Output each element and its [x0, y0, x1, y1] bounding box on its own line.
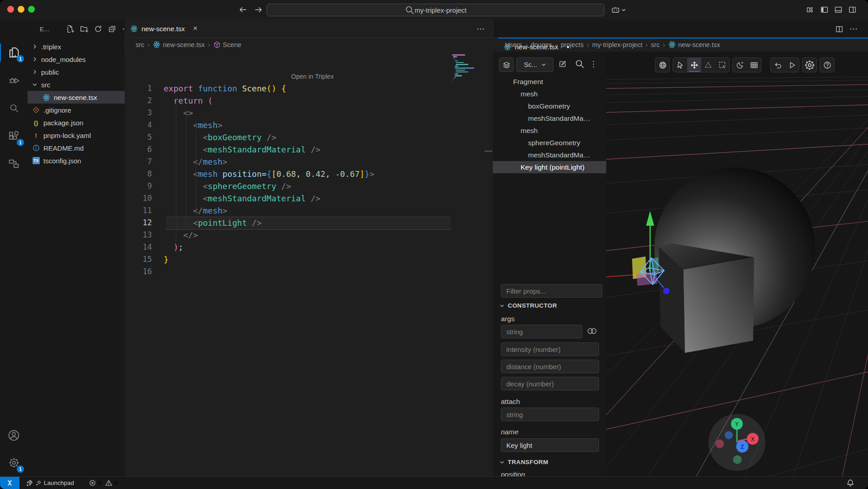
- scene-tree-row-boxGeometry[interactable]: boxGeometry: [493, 100, 606, 112]
- file-row-src[interactable]: src: [28, 78, 125, 91]
- axis-neg-z-ball[interactable]: [725, 431, 733, 439]
- tool-translate-button[interactable]: [687, 58, 701, 72]
- name-input[interactable]: [501, 438, 599, 452]
- code-line-11[interactable]: 11 </mesh>: [125, 204, 493, 217]
- collapse-folders-button[interactable]: [108, 25, 116, 33]
- code-line-15[interactable]: 15}: [125, 253, 493, 266]
- file-row-README-md[interactable]: README.md: [28, 142, 125, 154]
- toggle-panel-button[interactable]: [835, 6, 842, 14]
- breadcrumb-item-src[interactable]: src: [136, 41, 144, 48]
- file-row-tsconfig-json[interactable]: TStsconfig.json: [28, 154, 125, 167]
- new-file-button[interactable]: [66, 25, 74, 33]
- activity-item-extensions[interactable]: 1: [0, 125, 28, 147]
- scene-tree-row-meshStandardMa-[interactable]: meshStandardMa…: [493, 112, 606, 124]
- launchpad-status-item[interactable]: Launchpad: [26, 477, 74, 489]
- tool-camera-panel-button[interactable]: [747, 58, 761, 72]
- remote-indicator[interactable]: [0, 477, 19, 489]
- tool-play-button[interactable]: [785, 58, 799, 72]
- breadcrumb-item-douges[interactable]: douges: [531, 41, 552, 48]
- scene-select-dropdown[interactable]: Sc...: [516, 57, 553, 72]
- switch-prop-type-button[interactable]: [587, 328, 597, 335]
- scene-tree-row-sphereGeometry[interactable]: sphereGeometry: [493, 137, 606, 149]
- breadcrumb-item-Users[interactable]: Users: [505, 41, 522, 48]
- forward-button[interactable]: [254, 5, 263, 14]
- open-in-triplex-codelens[interactable]: Open in Triplex: [291, 73, 334, 80]
- code-line-14[interactable]: 14 );: [125, 241, 493, 253]
- code-line-10[interactable]: 10 <meshStandardMaterial />: [125, 192, 493, 204]
- minimize-window-button[interactable]: [18, 6, 24, 13]
- arg-distance-input[interactable]: [501, 360, 599, 373]
- file-row--gitignore[interactable]: .gitignore: [28, 104, 125, 116]
- scene-tree-row-mesh[interactable]: mesh: [493, 124, 606, 137]
- breadcrumb-item-new-scene-tsx[interactable]: new-scene.tsx: [668, 41, 720, 48]
- toggle-primary-sidebar-button[interactable]: [821, 6, 828, 14]
- file-row-node-modules[interactable]: node_modules: [28, 53, 125, 66]
- activity-item-remote-explorer[interactable]: [0, 152, 28, 174]
- notifications-bell-button[interactable]: [846, 479, 854, 487]
- transform-section-header[interactable]: TRANSFORM: [500, 459, 548, 465]
- activity-item-run-debug[interactable]: [0, 70, 28, 91]
- breadcrumb-item-my-triplex-project[interactable]: my-triplex-project: [592, 41, 642, 48]
- constructor-section-header[interactable]: CONSTRUCTOR: [500, 302, 557, 309]
- code-line-1[interactable]: 1export function Scene() {: [125, 82, 493, 95]
- back-button[interactable]: [239, 5, 247, 14]
- scene-tree-row-Fragment[interactable]: Fragment: [493, 76, 606, 88]
- scene-kebab-button[interactable]: ⋮: [590, 59, 598, 69]
- tool-lighting-button[interactable]: [733, 58, 747, 72]
- orientation-gizmo[interactable]: Y X Z: [708, 414, 765, 471]
- code-line-6[interactable]: 6 <meshStandardMaterial />: [125, 143, 493, 156]
- file-row-new-scene-tsx[interactable]: new-scene.tsx: [28, 91, 125, 104]
- axis-neg-y-ball[interactable]: [733, 456, 742, 464]
- command-center-search[interactable]: my-triplex-project: [267, 4, 604, 16]
- new-folder-button[interactable]: [80, 25, 88, 33]
- attach-input[interactable]: [501, 408, 599, 421]
- customize-layout-button[interactable]: [807, 6, 814, 14]
- cube-mesh[interactable]: [659, 243, 754, 353]
- code-line-9[interactable]: 9 <sphereGeometry />: [125, 180, 493, 192]
- scene-layers-button[interactable]: [499, 57, 514, 72]
- breadcrumb-item-new-scene-tsx[interactable]: new-scene.tsx: [153, 41, 205, 48]
- code-line-5[interactable]: 5 <boxGeometry />: [125, 131, 493, 143]
- tool-globe-button[interactable]: [656, 58, 670, 72]
- arg-string-input[interactable]: [501, 325, 582, 338]
- code-line-7[interactable]: 7 </mesh>: [125, 156, 493, 168]
- toggle-secondary-sidebar-button[interactable]: [849, 6, 856, 14]
- editor-actions-more-button[interactable]: ⋯: [476, 24, 485, 34]
- code-line-3[interactable]: 3 <>: [125, 107, 493, 119]
- breadcrumb-item-projects[interactable]: projects: [561, 41, 584, 48]
- breadcrumb-item-Scene[interactable]: Scene: [213, 41, 241, 48]
- scene-search-button[interactable]: [575, 59, 581, 69]
- code-line-4[interactable]: 4 <mesh>: [125, 119, 493, 131]
- close-window-button[interactable]: [7, 6, 14, 13]
- scene-tree-row-meshStandardMa-[interactable]: meshStandardMa…: [493, 149, 606, 161]
- activity-item-explorer[interactable]: 1: [0, 42, 28, 63]
- tool-select-button[interactable]: [673, 58, 687, 72]
- tool-scale-button[interactable]: [701, 58, 715, 72]
- file-row-pnpm-lock-yaml[interactable]: !pnpm-lock.yaml: [28, 129, 125, 142]
- activity-item-search[interactable]: [0, 97, 28, 119]
- filter-props-input[interactable]: [501, 284, 602, 298]
- arg-decay-input[interactable]: [501, 377, 599, 390]
- code-line-2[interactable]: 2 return (: [125, 95, 493, 107]
- code-line-16[interactable]: 16: [125, 266, 493, 278]
- axis-neg-x-ball[interactable]: [716, 440, 724, 448]
- code-line-8[interactable]: 8 <mesh position={[0.68, 0.42, -0.67]}>: [125, 168, 493, 180]
- copilot-button[interactable]: [611, 6, 626, 13]
- close-tab-icon[interactable]: ×: [193, 24, 198, 33]
- file-row-package-json[interactable]: {}package.json: [28, 116, 125, 129]
- file-row--triplex[interactable]: .triplex: [28, 40, 125, 53]
- tool-undo-button[interactable]: [771, 58, 785, 72]
- maximize-window-button[interactable]: [28, 6, 35, 13]
- tool-settings-button[interactable]: [802, 58, 816, 72]
- scene-tree-row-mesh[interactable]: mesh: [493, 88, 606, 100]
- code-line-13[interactable]: 13 </>: [125, 229, 493, 241]
- tool-help-button[interactable]: [820, 58, 834, 72]
- problems-status-item[interactable]: 0 0: [89, 477, 118, 489]
- tool-frame-select-button[interactable]: [715, 58, 729, 72]
- arg-intensity-input[interactable]: [501, 342, 599, 356]
- triplex-more-button[interactable]: ⋯: [849, 24, 858, 34]
- scene-tree-row-Key-light-pointLight-[interactable]: Key light (pointLight): [493, 161, 606, 173]
- activity-item-settings[interactable]: 1: [0, 452, 28, 474]
- activity-item-accounts[interactable]: [0, 424, 28, 446]
- edit-code-button[interactable]: [559, 60, 566, 68]
